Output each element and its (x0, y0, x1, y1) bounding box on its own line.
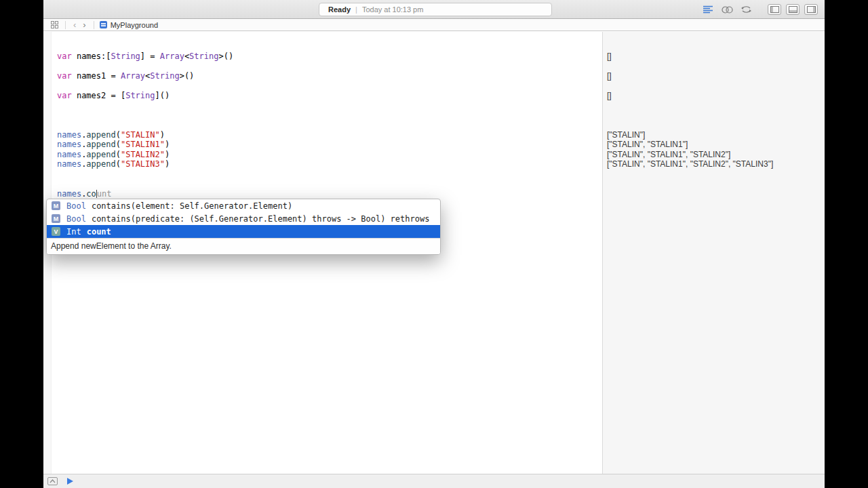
code-segment: append (86, 150, 115, 159)
code-segment: "STALIN2" (121, 150, 165, 159)
code-line[interactable] (43, 120, 602, 130)
code-line[interactable]: names.append("STALIN2") (43, 150, 602, 160)
code-segment: names (57, 140, 81, 149)
back-button[interactable]: ‹ (70, 22, 79, 28)
video-frame: Ready | Today at 10:13 pm (0, 0, 868, 488)
code-segment: var (57, 52, 77, 61)
code-line[interactable]: names.count (43, 189, 602, 199)
xcode-window: Ready | Today at 10:13 pm (43, 0, 825, 488)
code-segment: names (57, 130, 81, 140)
result-lines: [][][]["STALIN"]["STALIN", "STALIN1"]["S… (603, 41, 825, 199)
code-line[interactable] (43, 61, 602, 71)
return-type: Bool (66, 214, 86, 224)
code-segment: co (86, 189, 96, 199)
completion-label: count (87, 227, 111, 237)
playground-result[interactable]: [] (603, 91, 825, 101)
code-segment: names (57, 159, 81, 169)
completion-label: contains(element: Self.Generator.Element… (92, 201, 292, 211)
code-segment: unt (97, 189, 112, 199)
breadcrumb-file-name[interactable]: MyPlayground (111, 21, 158, 29)
code-segment: String (111, 52, 140, 61)
autocomplete-item[interactable]: VIntcount (47, 225, 440, 238)
playground-result[interactable]: [] (603, 52, 825, 62)
playground-file-icon (100, 21, 107, 28)
autocomplete-description: Append newElement to the Array. (47, 238, 440, 254)
code-segment: >() (218, 52, 233, 61)
playground-result[interactable] (603, 81, 825, 91)
method-badge-icon: M (52, 201, 60, 210)
code-segment: ) (165, 140, 170, 149)
code-line[interactable] (43, 179, 602, 189)
code-line[interactable]: var names1 = Array<String>() (43, 71, 602, 81)
related-items-icon[interactable] (47, 20, 61, 30)
code-segment: append (86, 130, 115, 140)
code-segment: String (150, 71, 179, 81)
code-segment: ( (116, 140, 121, 149)
autocomplete-item[interactable]: MBoolcontains(predicate: (Self.Generator… (47, 212, 440, 225)
playground-result[interactable] (603, 189, 825, 199)
playground-result[interactable] (603, 61, 825, 71)
code-segment: ( (116, 130, 121, 140)
forward-button[interactable]: › (79, 22, 89, 28)
code-segment: names2 = [ (77, 91, 125, 100)
autocomplete-popup: MBoolcontains(element: Self.Generator.El… (46, 199, 441, 255)
activity-viewer: Ready | Today at 10:13 pm (319, 3, 552, 16)
code-segment: ( (116, 159, 121, 169)
code-line[interactable]: var names:[String] = Array<String>() (43, 52, 602, 62)
code-segment: ] = (140, 52, 160, 61)
code-segment: "STALIN1" (121, 140, 165, 149)
toolbar: Ready | Today at 10:13 pm (43, 0, 825, 19)
code-line[interactable] (43, 169, 602, 180)
playground-result[interactable] (603, 120, 825, 130)
code-line[interactable] (43, 110, 602, 121)
playground-result[interactable] (603, 41, 825, 52)
toggle-navigator-button[interactable] (768, 4, 781, 15)
assistant-editor-icon[interactable] (720, 4, 734, 15)
playground-result[interactable]: [] (603, 71, 825, 81)
playground-result[interactable]: ["STALIN", "STALIN1"] (603, 140, 825, 150)
jump-bar-separator (94, 21, 94, 29)
run-playground-button[interactable] (67, 478, 73, 485)
completion-label: contains(predicate: (Self.Generator.Elem… (92, 214, 430, 224)
autocomplete-item[interactable]: MBoolcontains(element: Self.Generator.El… (47, 199, 440, 212)
playground-result[interactable] (603, 169, 825, 180)
code-segment: ( (116, 150, 121, 159)
toggle-utilities-button[interactable] (804, 4, 818, 15)
playground-result[interactable] (603, 110, 825, 121)
code-segment: names (57, 150, 81, 159)
playground-result[interactable]: ["STALIN"] (603, 130, 825, 140)
code-line[interactable]: names.append("STALIN") (43, 130, 602, 140)
toolbar-editor-controls (701, 0, 818, 19)
code-segment: var (57, 91, 77, 100)
code-line[interactable]: var names2 = [String]() (43, 91, 602, 101)
code-line[interactable] (43, 41, 602, 52)
code-line[interactable] (43, 81, 602, 91)
version-editor-icon[interactable] (739, 4, 753, 15)
status-divider: | (355, 5, 357, 14)
toggle-results-panel-icon[interactable] (47, 477, 58, 485)
method-badge-icon: M (52, 214, 60, 223)
code-segment: var (57, 71, 77, 81)
code-segment: Array (121, 71, 145, 81)
playground-result[interactable]: ["STALIN", "STALIN1", "STALIN2"] (603, 150, 825, 160)
code-lines: var names:[String] = Array<String>()var … (43, 41, 602, 199)
code-segment: append (86, 159, 115, 169)
code-segment: ]() (155, 91, 170, 100)
code-segment: names1 = (77, 71, 121, 81)
playground-result[interactable]: ["STALIN", "STALIN1", "STALIN2", "STALIN… (603, 159, 825, 169)
status-ready-label: Ready (328, 5, 351, 14)
playground-results-sidebar: [][][]["STALIN"]["STALIN", "STALIN1"]["S… (602, 32, 825, 474)
jump-bar: ‹ › MyPlayground (43, 19, 825, 31)
playground-result[interactable] (603, 100, 825, 110)
toggle-debug-area-button[interactable] (786, 4, 800, 15)
code-line[interactable]: names.append("STALIN3") (43, 159, 602, 169)
standard-editor-icon[interactable] (701, 4, 715, 15)
code-segment: append (86, 140, 115, 149)
status-message: Today at 10:13 pm (362, 5, 424, 14)
code-segment: Array (160, 52, 184, 61)
code-segment: ) (165, 150, 170, 159)
code-line[interactable]: names.append("STALIN1") (43, 140, 602, 150)
code-line[interactable] (43, 100, 602, 110)
playground-result[interactable] (603, 179, 825, 189)
code-segment: names (57, 189, 81, 199)
